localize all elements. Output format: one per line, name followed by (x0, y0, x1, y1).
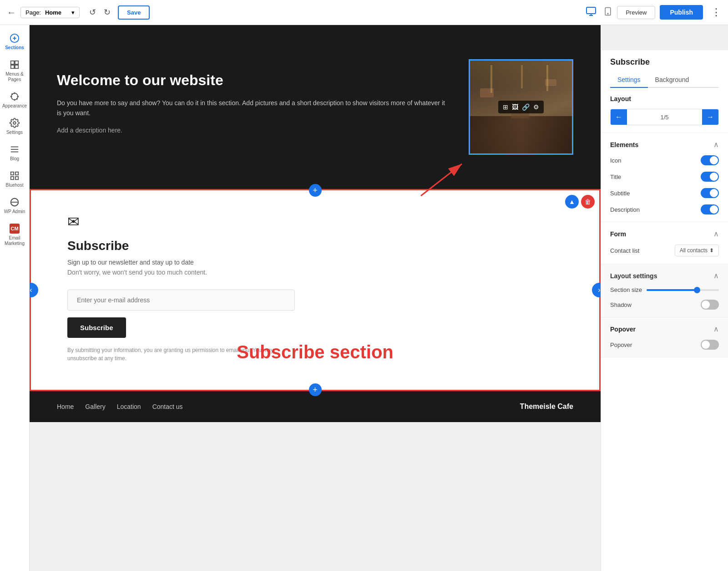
panel-tabs: Settings Background (610, 72, 719, 88)
page-selector[interactable]: Page: Home ▾ (20, 7, 80, 18)
subscribe-title: Subscribe (67, 239, 304, 253)
contact-list-select[interactable]: All contacts ⬍ (675, 245, 719, 256)
image-toolbar-settings-icon[interactable]: ⚙ (533, 103, 539, 111)
title-toggle[interactable] (701, 172, 719, 182)
layout-nav: ← 1/5 → (610, 109, 719, 125)
subtitle-toggle[interactable] (701, 188, 719, 198)
subscribe-description: Don't worry, we won't send you too much … (67, 269, 304, 276)
contact-list-arrows-icon: ⬍ (709, 247, 714, 254)
panel-layout-settings-section: Layout settings ∧ Section size Shadow (601, 264, 728, 317)
popover-toggle-row: Popover (610, 340, 719, 350)
icon-toggle[interactable] (701, 155, 719, 165)
popover-section-title: Popover (610, 326, 636, 333)
sidebar-item-blog[interactable]: Blog (0, 140, 29, 166)
layout-settings-title: Layout settings (610, 272, 657, 280)
contact-list-label: Contact list (610, 247, 639, 254)
panel-form-section: Form ∧ Contact list All contacts ⬍ (601, 222, 728, 264)
back-button[interactable]: ← (7, 7, 16, 18)
device-toggle (586, 6, 612, 19)
toggle-row-subtitle: Subtitle (610, 188, 719, 198)
subscribe-section: + ▲ 🗑 ‹ › ✉ Subscribe Sign up to our new… (30, 189, 601, 391)
footer-link-contact[interactable]: Contact us (152, 403, 183, 410)
tab-settings[interactable]: Settings (610, 72, 648, 88)
shadow-toggle[interactable] (701, 300, 719, 310)
add-section-bottom-button[interactable]: + (309, 383, 322, 396)
undo-button[interactable]: ↺ (86, 5, 99, 19)
save-button[interactable]: Save (118, 5, 150, 20)
layout-settings-collapse-icon[interactable]: ∧ (713, 271, 719, 280)
section-next-arrow[interactable]: › (592, 283, 601, 297)
footer-brand: Themeisle Cafe (520, 403, 573, 411)
sidebar-item-appearance[interactable]: Appearance (0, 87, 29, 113)
description-toggle[interactable] (701, 204, 719, 214)
more-options-button[interactable]: ⋮ (711, 6, 721, 18)
description-toggle-label: Description (610, 206, 640, 213)
svg-point-11 (13, 122, 16, 124)
image-toolbar-link-icon[interactable]: 🔗 (522, 103, 530, 111)
sidebar-item-menus-pages[interactable]: Menus &Pages (0, 55, 29, 87)
section-size-slider[interactable] (647, 289, 719, 291)
footer-link-home[interactable]: Home (57, 403, 74, 410)
layout-next-button[interactable]: → (702, 109, 718, 125)
subscribe-email-input[interactable] (67, 290, 295, 311)
hero-title: Welcome to our website (57, 72, 450, 89)
layout-prev-button[interactable]: ← (611, 109, 627, 125)
panel-elements-section: Elements ∧ Icon Title Subtitle Descripti… (601, 133, 728, 222)
svg-rect-8 (11, 65, 14, 68)
sidebar-item-bluehost[interactable]: Bluehost (0, 166, 29, 193)
footer-nav: Home Gallery Location Contact us (57, 403, 183, 410)
sidebar-label-appearance: Appearance (2, 103, 27, 109)
section-controls: ▲ 🗑 (565, 195, 595, 209)
section-prev-arrow[interactable]: ‹ (30, 283, 38, 297)
sidebar-item-wp-admin[interactable]: WP Admin (0, 193, 29, 219)
hero-description1: Do you have more to say and show? You ca… (57, 98, 450, 118)
section-delete-button[interactable]: 🗑 (581, 195, 595, 209)
footer-link-gallery[interactable]: Gallery (85, 403, 105, 410)
tab-background[interactable]: Background (648, 72, 697, 88)
section-size-row: Section size (610, 286, 719, 293)
sidebar-item-settings[interactable]: Settings (0, 113, 29, 140)
popover-toggle[interactable] (701, 340, 719, 350)
top-header: ← Page: Home ▾ ↺ ↻ Save Preview Publish … (0, 0, 728, 25)
image-toolbar-grid-icon[interactable]: ⊞ (503, 103, 508, 111)
svg-rect-7 (15, 61, 18, 64)
form-section-title: Form (610, 230, 626, 238)
toggle-row-icon: Icon (610, 155, 719, 165)
svg-rect-0 (586, 7, 596, 14)
mobile-view-button[interactable] (603, 7, 612, 18)
hero-image[interactable]: ⊞ 🖼 🔗 ⚙ (469, 59, 573, 155)
svg-rect-17 (11, 177, 14, 179)
undo-redo-group: ↺ ↻ (86, 5, 113, 19)
footer-link-location[interactable]: Location (117, 403, 141, 410)
subscribe-icon: ✉ (67, 213, 304, 230)
sidebar-label-wp-admin: WP Admin (4, 209, 25, 214)
subscribe-subtitle: Sign up to our newsletter and stay up to… (67, 259, 304, 266)
image-toolbar-image-icon[interactable]: 🖼 (512, 103, 518, 111)
svg-rect-15 (11, 172, 14, 175)
contact-list-row: Contact list All contacts ⬍ (610, 245, 719, 256)
elements-collapse-icon[interactable]: ∧ (713, 140, 719, 149)
sidebar-item-email-marketing[interactable]: CM EmailMarketing (0, 219, 29, 251)
preview-button[interactable]: Preview (617, 6, 655, 19)
desktop-view-button[interactable] (586, 6, 597, 19)
form-collapse-icon[interactable]: ∧ (713, 229, 719, 238)
shadow-label: Shadow (610, 301, 632, 308)
svg-rect-18 (15, 177, 18, 179)
hero-description2: Add a description here. (57, 125, 450, 135)
sidebar-item-sections[interactable]: Sections (0, 29, 29, 55)
layout-nav-label: 1/5 (627, 114, 702, 121)
section-move-up-button[interactable]: ▲ (565, 195, 579, 209)
icon-toggle-label: Icon (610, 157, 622, 164)
subscribe-submit-button[interactable]: Subscribe (67, 317, 126, 338)
panel-popover-section: Popover ∧ Popover (601, 317, 728, 357)
redo-button[interactable]: ↻ (101, 5, 113, 19)
main-canvas: Welcome to our website Do you have more … (30, 25, 601, 571)
title-toggle-label: Title (610, 173, 621, 180)
sidebar-label-email-marketing: EmailMarketing (5, 235, 25, 246)
add-section-top-button[interactable]: + (309, 184, 322, 197)
chevron-down-icon: ▾ (71, 9, 75, 16)
popover-collapse-icon[interactable]: ∧ (713, 325, 719, 333)
hero-section: Welcome to our website Do you have more … (30, 25, 601, 189)
publish-button[interactable]: Publish (660, 5, 703, 20)
page-label: Page: (25, 9, 41, 16)
